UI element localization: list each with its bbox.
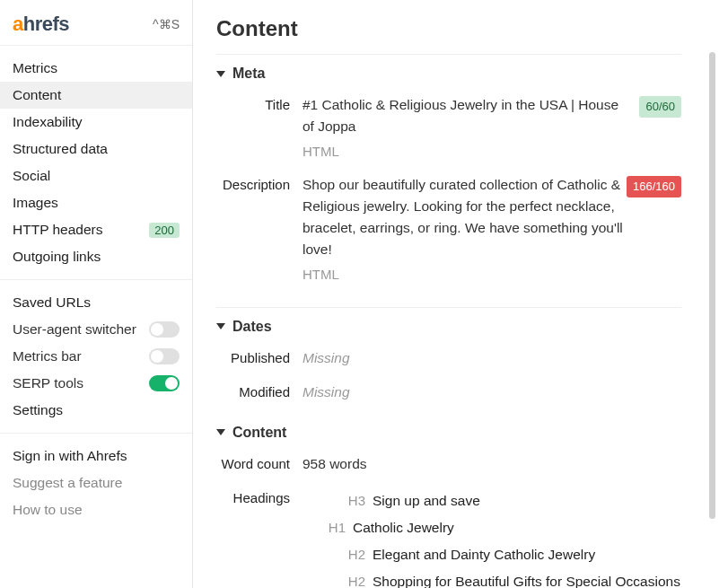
row-published: Published Missing (216, 344, 681, 378)
toggle-row-metrics-bar: Metrics bar (0, 343, 192, 370)
heading-item: H2Elegant and Dainty Catholic Jewelry (303, 541, 681, 568)
row-headings: Headings H3Sign up and saveH1Catholic Je… (216, 484, 681, 588)
page-title: Content (216, 16, 681, 41)
heading-tag: H2 (338, 571, 365, 588)
heading-text: Shopping for Beautiful Gifts for Special… (373, 571, 680, 588)
status-badge: 200 (149, 223, 180, 238)
section-head-dates[interactable]: Dates (216, 319, 681, 335)
heading-item: H1Catholic Jewelry (303, 514, 681, 541)
sidebar-item-saved-urls[interactable]: Saved URLs (0, 289, 192, 316)
toggle-switch[interactable] (149, 348, 180, 364)
sidebar-item-http-headers[interactable]: HTTP headers200 (0, 216, 192, 243)
value-published: Missing (303, 350, 350, 365)
footer-link-suggest-a-feature[interactable]: Suggest a feature (0, 470, 192, 496)
section-title: Meta (232, 66, 265, 82)
brand-row: ahrefs ^⌘S (0, 9, 192, 46)
caret-down-icon (216, 323, 225, 329)
section-title: Content (232, 425, 286, 441)
sidebar-item-label: Content (13, 87, 61, 103)
sidebar-item-content[interactable]: Content (0, 82, 192, 109)
footer-link-sign-in-with-ahrefs[interactable]: Sign in with Ahrefs (0, 443, 192, 470)
row-wordcount: Word count 958 words (216, 450, 681, 484)
value-wordcount: 958 words (303, 456, 367, 471)
sidebar-item-structured-data[interactable]: Structured data (0, 136, 192, 162)
heading-item: H3Sign up and save (303, 487, 681, 514)
toggle-label: Metrics bar (13, 348, 82, 364)
row-description: Description Shop our beautifully curated… (216, 171, 681, 294)
value-modified: Missing (303, 384, 350, 399)
subtag-description: HTML (303, 264, 626, 285)
row-title: Title #1 Catholic & Religious Jewelry in… (216, 91, 681, 171)
heading-tag: H3 (338, 490, 365, 511)
label-headings: Headings (216, 487, 303, 509)
sidebar-item-outgoing-links[interactable]: Outgoing links (0, 243, 192, 270)
sidebar-item-label: Indexability (13, 114, 83, 130)
nav-main: MetricsContentIndexabilityStructured dat… (0, 53, 192, 272)
badge-description-count: 166/160 (627, 176, 681, 197)
nav-tools: Saved URLsUser-agent switcherMetrics bar… (0, 287, 192, 426)
sidebar-item-settings[interactable]: Settings (0, 397, 192, 424)
heading-tag: H2 (338, 544, 365, 565)
section-dates: Dates Published Missing Modified Missing (216, 319, 681, 412)
caret-down-icon (216, 429, 225, 435)
heading-tag: H1 (319, 517, 346, 538)
sidebar-item-social[interactable]: Social (0, 162, 192, 189)
brand-prefix: a (13, 13, 23, 35)
sidebar-item-label: Social (13, 168, 50, 184)
keyboard-shortcut: ^⌘S (153, 17, 180, 31)
sidebar-item-indexability[interactable]: Indexability (0, 109, 192, 136)
toggle-label: SERP tools (13, 375, 83, 391)
main-panel: Content Meta Title #1 Catholic & Religio… (193, 0, 719, 588)
heading-text: Elegant and Dainty Catholic Jewelry (373, 544, 595, 566)
toggle-switch[interactable] (149, 375, 180, 391)
toggle-row-user-agent-switcher: User-agent switcher (0, 316, 192, 343)
sidebar-item-label: Structured data (13, 141, 108, 157)
sidebar-item-label: HTTP headers (13, 222, 103, 238)
label-wordcount: Word count (216, 453, 303, 475)
nav-footer: Sign in with AhrefsSuggest a featureHow … (0, 441, 192, 525)
sidebar-item-label: Outgoing links (13, 249, 101, 265)
label-description: Description (216, 174, 303, 196)
label-title: Title (216, 94, 303, 116)
scrollbar-thumb[interactable] (709, 52, 715, 519)
sidebar-item-label: Images (13, 195, 58, 211)
sidebar-item-label: Metrics (13, 60, 57, 76)
brand-logo: ahrefs (13, 13, 69, 36)
subtag-title: HTML (303, 141, 626, 162)
value-description: Shop our beautifully curated collection … (303, 177, 623, 257)
section-head-content[interactable]: Content (216, 425, 681, 441)
heading-item: H2Shopping for Beautiful Gifts for Speci… (303, 568, 681, 588)
sidebar-item-metrics[interactable]: Metrics (0, 55, 192, 82)
label-modified: Modified (216, 382, 303, 403)
brand-rest: hrefs (23, 13, 69, 35)
section-title: Dates (232, 319, 272, 335)
heading-text: Sign up and save (373, 490, 480, 512)
toggle-switch[interactable] (149, 321, 180, 338)
caret-down-icon (216, 71, 225, 77)
section-head-meta[interactable]: Meta (216, 66, 681, 82)
section-content: Content Word count 958 words Headings H3… (216, 425, 681, 588)
heading-text: Catholic Jewelry (353, 517, 454, 539)
badge-title-count: 60/60 (639, 96, 681, 118)
toggle-row-serp-tools: SERP tools (0, 370, 192, 397)
value-title: #1 Catholic & Religious Jewelry in the U… (303, 97, 618, 134)
row-modified: Modified Missing (216, 378, 681, 412)
footer-link-how-to-use[interactable]: How to use (0, 496, 192, 523)
section-meta: Meta Title #1 Catholic & Religious Jewel… (216, 66, 681, 294)
label-published: Published (216, 347, 303, 369)
sidebar-item-images[interactable]: Images (0, 189, 192, 216)
sidebar: ahrefs ^⌘S MetricsContentIndexabilityStr… (0, 0, 193, 588)
toggle-label: User-agent switcher (13, 321, 136, 338)
